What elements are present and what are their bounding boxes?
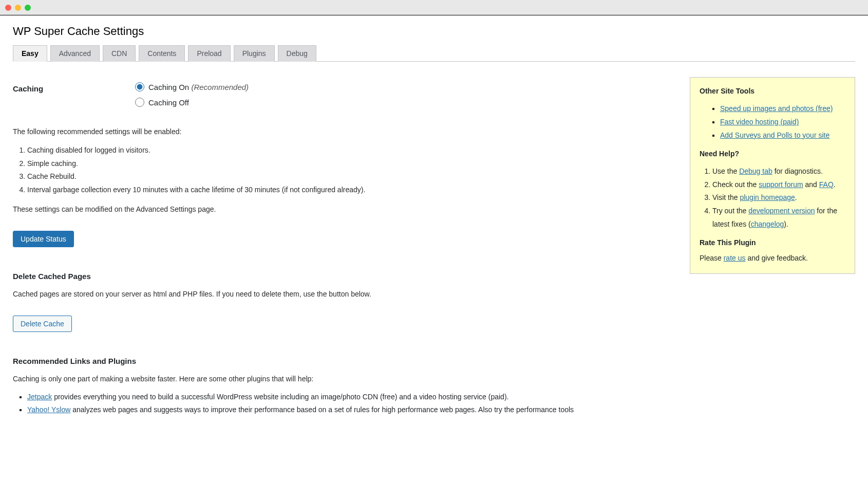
tab-debug[interactable]: Debug: [278, 45, 316, 62]
help-item: Try out the development version for the …: [712, 205, 845, 231]
tab-advanced[interactable]: Advanced: [50, 45, 100, 62]
tool-link[interactable]: Fast video hosting (paid): [720, 118, 799, 126]
tools-list: Speed up images and photos (free)Fast vi…: [700, 102, 845, 142]
caching-on-radio[interactable]: [135, 82, 144, 91]
caching-on-suffix: (Recommended): [191, 83, 249, 91]
delete-body: Cached pages are stored on your server a…: [13, 289, 677, 300]
caching-on-option[interactable]: Caching On (Recommended): [135, 82, 249, 91]
support-forum-link[interactable]: support forum: [759, 180, 803, 189]
recommended-heading: Recommended Links and Plugins: [13, 357, 677, 365]
caching-off-text: Caching Off: [148, 98, 189, 107]
rate-heading: Rate This Plugin: [700, 238, 845, 247]
help-item: Visit the plugin homepage.: [712, 191, 845, 205]
tab-easy[interactable]: Easy: [13, 45, 47, 62]
list-item: Simple caching.: [27, 157, 677, 171]
delete-cache-button[interactable]: Delete Cache: [13, 316, 72, 332]
recommended-outro: These settings can be modified on the Ad…: [13, 204, 677, 215]
maximize-icon[interactable]: [25, 5, 31, 11]
help-list: Use the Debug tab for diagnostics. Check…: [700, 165, 845, 231]
list-item: Caching disabled for logged in visitors.: [27, 144, 677, 157]
recommended-body: Caching is only one part of making a web…: [13, 374, 677, 385]
recommended-list: Caching disabled for logged in visitors.…: [13, 144, 677, 197]
debug-tab-link[interactable]: Debug tab: [739, 167, 772, 175]
help-heading: Need Help?: [700, 150, 845, 158]
dev-version-link[interactable]: development version: [748, 207, 815, 215]
changelog-link[interactable]: changelog: [751, 220, 784, 228]
window-titlebar: [0, 0, 868, 15]
list-item: Add Surveys and Polls to your site: [720, 129, 845, 142]
tool-link[interactable]: Add Surveys and Polls to your site: [720, 131, 829, 139]
tab-preload[interactable]: Preload: [188, 45, 230, 62]
caching-off-option[interactable]: Caching Off: [135, 98, 249, 107]
page-title: WP Super Cache Settings: [13, 25, 855, 38]
plugin-list: Jetpack provides everything you need to …: [13, 391, 677, 416]
list-item: Fast video hosting (paid): [720, 116, 845, 129]
help-item: Use the Debug tab for diagnostics.: [712, 165, 845, 178]
caching-label: Caching: [13, 82, 135, 93]
tools-heading: Other Site Tools: [700, 87, 845, 95]
recommended-intro: The following recommended settings will …: [13, 126, 677, 138]
update-status-button[interactable]: Update Status: [13, 231, 74, 247]
rate-us-link[interactable]: rate us: [724, 254, 746, 262]
delete-heading: Delete Cached Pages: [13, 272, 677, 281]
caching-on-text: Caching On: [148, 83, 191, 91]
list-item: Jetpack provides everything you need to …: [27, 391, 677, 403]
list-item: Speed up images and photos (free): [720, 102, 845, 116]
list-item: Cache Rebuild.: [27, 170, 677, 183]
caching-off-radio[interactable]: [135, 98, 144, 107]
tab-plugins[interactable]: Plugins: [234, 45, 275, 62]
tab-cdn[interactable]: CDN: [103, 45, 136, 62]
close-icon[interactable]: [5, 5, 11, 11]
main-column: Caching Caching On (Recommended) Caching…: [13, 82, 677, 416]
tab-contents[interactable]: Contents: [139, 45, 185, 62]
plugin-link[interactable]: Jetpack: [27, 393, 52, 401]
list-item: Interval garbage collection every 10 min…: [27, 183, 677, 197]
minimize-icon[interactable]: [15, 5, 21, 11]
faq-link[interactable]: FAQ: [819, 180, 834, 189]
plugin-link[interactable]: Yahoo! Yslow: [27, 405, 70, 414]
help-item: Check out the support forum and FAQ.: [712, 178, 845, 192]
list-item: Yahoo! Yslow analyzes web pages and sugg…: [27, 403, 677, 416]
rate-text: Please rate us and give feedback.: [700, 254, 845, 262]
plugin-homepage-link[interactable]: plugin homepage: [740, 193, 795, 201]
nav-tabs: EasyAdvancedCDNContentsPreloadPluginsDeb…: [13, 45, 855, 62]
tool-link[interactable]: Speed up images and photos (free): [720, 104, 833, 113]
sidebar: Other Site Tools Speed up images and pho…: [690, 77, 855, 274]
